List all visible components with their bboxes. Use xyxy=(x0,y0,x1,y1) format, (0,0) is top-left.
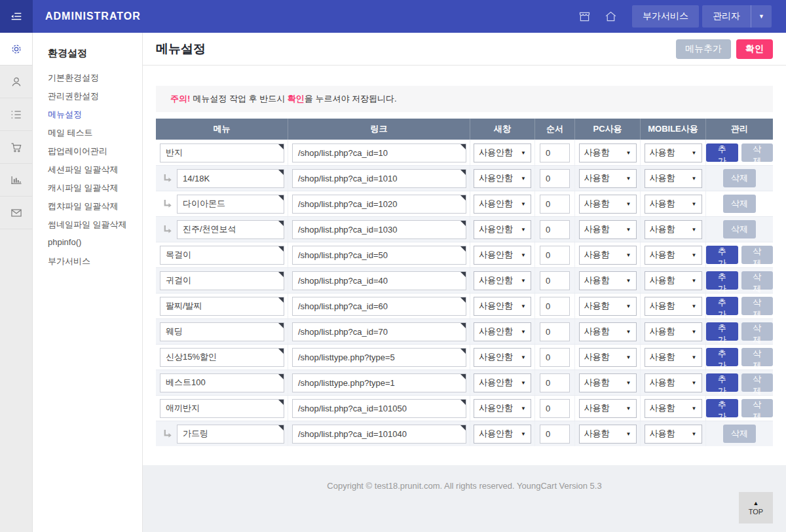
sidebar-item[interactable]: 관리권한설정 xyxy=(48,90,142,109)
link-input[interactable] xyxy=(292,322,466,341)
new-window-select[interactable]: 사용안함▼ xyxy=(474,195,531,214)
mobile-use-select[interactable]: 사용함▼ xyxy=(645,271,702,290)
mobile-use-select[interactable]: 사용함▼ xyxy=(645,195,702,214)
new-window-select[interactable]: 사용안함▼ xyxy=(474,271,531,290)
menu-name-input[interactable] xyxy=(160,271,284,290)
new-window-select[interactable]: 사용안함▼ xyxy=(474,373,531,392)
pc-use-select[interactable]: 사용함▼ xyxy=(579,373,637,392)
add-button[interactable]: 추가 xyxy=(706,246,738,264)
add-button[interactable]: 추가 xyxy=(706,297,738,315)
delete-button[interactable]: 삭제 xyxy=(741,399,774,417)
delete-button[interactable]: 삭제 xyxy=(741,373,774,392)
delete-button[interactable]: 삭제 xyxy=(741,271,774,290)
new-window-select[interactable]: 사용안함▼ xyxy=(474,169,531,188)
delete-button[interactable]: 삭제 xyxy=(723,220,756,238)
menu-name-input[interactable] xyxy=(160,373,284,392)
new-window-select[interactable]: 사용안함▼ xyxy=(474,246,531,265)
add-button[interactable]: 추가 xyxy=(706,143,738,162)
pc-use-select[interactable]: 사용함▼ xyxy=(579,399,637,418)
home-button[interactable] xyxy=(602,8,619,25)
link-input[interactable] xyxy=(292,220,466,239)
rail-item-mail[interactable] xyxy=(0,197,32,229)
order-input[interactable] xyxy=(540,195,570,214)
mobile-use-select[interactable]: 사용함▼ xyxy=(645,143,702,162)
mobile-use-select[interactable]: 사용함▼ xyxy=(645,399,702,418)
extra-services-button[interactable]: 부가서비스 xyxy=(632,5,699,28)
admin-dropdown-button[interactable]: ▼ xyxy=(751,5,772,28)
delete-button[interactable]: 삭제 xyxy=(723,169,756,187)
order-input[interactable] xyxy=(540,246,570,265)
link-input[interactable] xyxy=(292,373,466,392)
pc-use-select[interactable]: 사용함▼ xyxy=(579,246,637,265)
sidebar-item[interactable]: 부가서비스 xyxy=(48,256,142,274)
mobile-use-select[interactable]: 사용함▼ xyxy=(645,246,702,265)
order-input[interactable] xyxy=(540,373,570,392)
sidebar-item[interactable]: 캐시파일 일괄삭제 xyxy=(48,182,142,200)
new-window-select[interactable]: 사용안함▼ xyxy=(474,425,531,444)
pc-use-select[interactable]: 사용함▼ xyxy=(579,297,637,316)
sidebar-item[interactable]: 팝업레이어관리 xyxy=(48,145,142,164)
order-input[interactable] xyxy=(540,399,570,418)
link-input[interactable] xyxy=(292,297,466,316)
mobile-use-select[interactable]: 사용함▼ xyxy=(645,220,702,239)
menu-name-input[interactable] xyxy=(160,297,284,316)
menu-name-input[interactable] xyxy=(160,143,284,162)
delete-button[interactable]: 삭제 xyxy=(741,246,774,264)
order-input[interactable] xyxy=(540,271,570,290)
order-input[interactable] xyxy=(540,220,570,239)
new-window-select[interactable]: 사용안함▼ xyxy=(474,220,531,239)
mobile-use-select[interactable]: 사용함▼ xyxy=(645,322,702,341)
order-input[interactable] xyxy=(540,425,570,444)
sidebar-item[interactable]: 캡챠파일 일괄삭제 xyxy=(48,200,142,219)
storefront-button[interactable] xyxy=(576,8,593,25)
delete-button[interactable]: 삭제 xyxy=(741,348,774,366)
new-window-select[interactable]: 사용안함▼ xyxy=(474,348,531,367)
menu-name-input[interactable] xyxy=(160,322,284,341)
delete-button[interactable]: 삭제 xyxy=(723,425,756,443)
menu-name-input[interactable] xyxy=(177,169,284,188)
mobile-use-select[interactable]: 사용함▼ xyxy=(645,425,702,444)
delete-button[interactable]: 삭제 xyxy=(741,143,774,162)
order-input[interactable] xyxy=(540,297,570,316)
add-button[interactable]: 추가 xyxy=(706,348,738,366)
order-input[interactable] xyxy=(540,169,570,188)
new-window-select[interactable]: 사용안함▼ xyxy=(474,322,531,341)
link-input[interactable] xyxy=(292,271,466,290)
scroll-top-button[interactable]: ▲ TOP xyxy=(739,492,773,523)
rail-item-gear[interactable] xyxy=(0,33,32,66)
new-window-select[interactable]: 사용안함▼ xyxy=(474,399,531,418)
order-input[interactable] xyxy=(540,322,570,341)
confirm-button[interactable]: 확인 xyxy=(736,39,773,59)
admin-button[interactable]: 관리자 xyxy=(702,5,751,28)
sidebar-toggle-button[interactable] xyxy=(0,0,33,33)
add-button[interactable]: 추가 xyxy=(706,322,738,341)
rail-item-chart[interactable] xyxy=(0,164,32,197)
add-button[interactable]: 추가 xyxy=(706,399,738,417)
mobile-use-select[interactable]: 사용함▼ xyxy=(645,373,702,392)
menu-name-input[interactable] xyxy=(177,425,284,444)
pc-use-select[interactable]: 사용함▼ xyxy=(579,220,637,239)
rail-item-cart[interactable] xyxy=(0,131,32,164)
link-input[interactable] xyxy=(292,425,466,444)
menu-add-button[interactable]: 메뉴추가 xyxy=(676,39,731,59)
rail-item-list[interactable] xyxy=(0,98,32,131)
menu-name-input[interactable] xyxy=(177,220,284,239)
menu-name-input[interactable] xyxy=(160,348,284,367)
mobile-use-select[interactable]: 사용함▼ xyxy=(645,348,702,367)
add-button[interactable]: 추가 xyxy=(706,271,738,290)
sidebar-item[interactable]: 메뉴설정 xyxy=(48,109,142,127)
sidebar-item[interactable]: phpinfo() xyxy=(48,237,142,256)
delete-button[interactable]: 삭제 xyxy=(741,297,774,315)
pc-use-select[interactable]: 사용함▼ xyxy=(579,348,637,367)
pc-use-select[interactable]: 사용함▼ xyxy=(579,143,637,162)
delete-button[interactable]: 삭제 xyxy=(723,195,756,213)
sidebar-item[interactable]: 기본환경설정 xyxy=(48,72,142,90)
link-input[interactable] xyxy=(292,348,466,367)
order-input[interactable] xyxy=(540,348,570,367)
new-window-select[interactable]: 사용안함▼ xyxy=(474,143,531,162)
link-input[interactable] xyxy=(292,143,466,162)
pc-use-select[interactable]: 사용함▼ xyxy=(579,195,637,214)
link-input[interactable] xyxy=(292,169,466,188)
link-input[interactable] xyxy=(292,399,466,418)
add-button[interactable]: 추가 xyxy=(706,373,738,392)
